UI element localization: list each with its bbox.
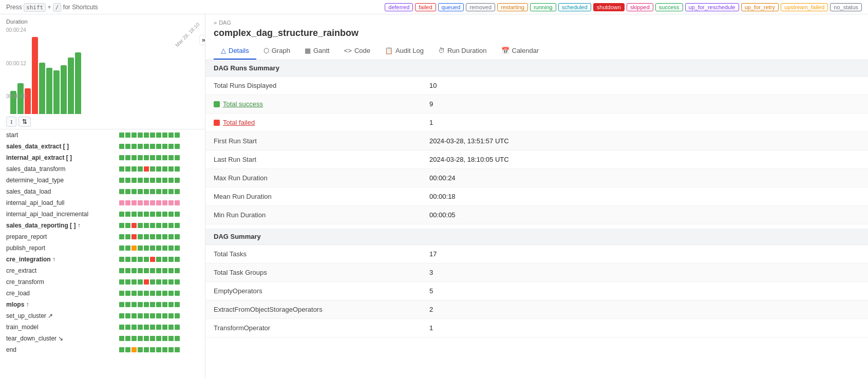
bar-3[interactable] xyxy=(32,37,38,114)
task-square-8[interactable] xyxy=(168,245,174,251)
task-square-0[interactable] xyxy=(119,223,124,228)
task-square-3[interactable] xyxy=(138,223,143,228)
task-square-9[interactable] xyxy=(175,313,180,318)
task-row[interactable]: sales_data_reporting [ ] ↑ xyxy=(0,220,205,231)
task-square-6[interactable] xyxy=(156,291,161,296)
task-square-6[interactable] xyxy=(156,212,161,217)
task-square-5[interactable] xyxy=(150,313,155,318)
task-square-1[interactable] xyxy=(125,144,130,149)
task-square-1[interactable] xyxy=(125,178,130,183)
task-square-8[interactable] xyxy=(168,268,174,273)
task-square-4[interactable] xyxy=(144,279,149,285)
bar-9[interactable] xyxy=(75,52,81,114)
task-square-5[interactable] xyxy=(150,245,155,251)
task-square-6[interactable] xyxy=(156,144,161,149)
task-square-7[interactable] xyxy=(162,302,167,307)
task-square-9[interactable] xyxy=(175,223,180,228)
task-square-9[interactable] xyxy=(175,144,180,149)
task-square-5[interactable] xyxy=(150,291,155,296)
task-square-8[interactable] xyxy=(168,279,174,285)
task-square-8[interactable] xyxy=(168,234,174,239)
task-square-6[interactable] xyxy=(156,234,161,239)
task-square-5[interactable] xyxy=(150,223,155,228)
tab-details[interactable]: △ Details xyxy=(214,43,256,60)
task-square-3[interactable] xyxy=(138,212,143,217)
task-square-9[interactable] xyxy=(175,245,180,251)
task-square-4[interactable] xyxy=(144,347,149,352)
task-square-0[interactable] xyxy=(119,336,124,341)
task-square-4[interactable] xyxy=(144,189,149,194)
task-square-1[interactable] xyxy=(125,291,130,296)
task-square-4[interactable] xyxy=(144,200,149,205)
task-square-5[interactable] xyxy=(150,257,155,262)
tab-run-duration[interactable]: ⏱ Run Duration xyxy=(431,43,494,60)
task-square-6[interactable] xyxy=(156,178,161,183)
task-square-4[interactable] xyxy=(144,212,149,217)
badge-no_status[interactable]: no_status xyxy=(830,3,862,11)
task-square-2[interactable] xyxy=(131,336,137,341)
task-square-8[interactable] xyxy=(168,257,174,262)
task-row[interactable]: train_model xyxy=(0,322,205,333)
task-square-1[interactable] xyxy=(125,133,130,138)
task-square-1[interactable] xyxy=(125,234,130,239)
task-square-8[interactable] xyxy=(168,347,174,352)
task-square-9[interactable] xyxy=(175,336,180,341)
badge-skipped[interactable]: skipped xyxy=(627,3,653,11)
task-square-2[interactable] xyxy=(131,268,137,273)
tab-gantt[interactable]: ▦ Gantt xyxy=(297,43,337,60)
tab-audit-log[interactable]: 📋 Audit Log xyxy=(378,43,431,60)
task-row[interactable]: cre_load xyxy=(0,288,205,299)
task-square-0[interactable] xyxy=(119,166,124,172)
badge-scheduled[interactable]: scheduled xyxy=(558,3,591,11)
tab-calendar[interactable]: 📅 Calendar xyxy=(494,43,546,60)
tab-graph[interactable]: ⬡ Graph xyxy=(256,43,297,60)
task-square-4[interactable] xyxy=(144,302,149,307)
task-square-6[interactable] xyxy=(156,200,161,205)
task-square-2[interactable] xyxy=(131,325,137,330)
task-square-7[interactable] xyxy=(162,257,167,262)
task-square-3[interactable] xyxy=(138,234,143,239)
task-square-7[interactable] xyxy=(162,200,167,205)
task-row[interactable]: start xyxy=(0,129,205,141)
task-square-6[interactable] xyxy=(156,279,161,285)
task-square-7[interactable] xyxy=(162,245,167,251)
task-square-5[interactable] xyxy=(150,178,155,183)
collapse-button[interactable]: » xyxy=(199,35,205,45)
task-square-9[interactable] xyxy=(175,291,180,296)
task-square-3[interactable] xyxy=(138,189,143,194)
task-square-0[interactable] xyxy=(119,268,124,273)
task-row[interactable]: internal_api_extract [ ] xyxy=(0,152,205,163)
task-square-7[interactable] xyxy=(162,166,167,172)
task-square-0[interactable] xyxy=(119,212,124,217)
task-square-2[interactable] xyxy=(131,245,137,251)
task-square-4[interactable] xyxy=(144,223,149,228)
task-square-5[interactable] xyxy=(150,166,155,172)
task-row[interactable]: determine_load_type xyxy=(0,175,205,186)
task-square-9[interactable] xyxy=(175,155,180,160)
task-square-4[interactable] xyxy=(144,166,149,172)
task-square-2[interactable] xyxy=(131,133,137,138)
task-square-2[interactable] xyxy=(131,234,137,239)
badge-success[interactable]: success xyxy=(655,3,683,11)
task-square-0[interactable] xyxy=(119,279,124,285)
bar-6[interactable] xyxy=(53,70,60,114)
task-square-5[interactable] xyxy=(150,144,155,149)
task-square-1[interactable] xyxy=(125,200,130,205)
task-square-3[interactable] xyxy=(138,144,143,149)
task-square-8[interactable] xyxy=(168,291,174,296)
task-square-8[interactable] xyxy=(168,178,174,183)
task-square-8[interactable] xyxy=(168,223,174,228)
task-square-4[interactable] xyxy=(144,144,149,149)
badge-upstream_failed[interactable]: upstream_failed xyxy=(781,3,828,11)
task-square-6[interactable] xyxy=(156,155,161,160)
task-square-3[interactable] xyxy=(138,155,143,160)
task-square-4[interactable] xyxy=(144,268,149,273)
bar-4[interactable] xyxy=(39,63,45,114)
task-square-2[interactable] xyxy=(131,257,137,262)
task-square-3[interactable] xyxy=(138,336,143,341)
task-square-7[interactable] xyxy=(162,279,167,285)
task-square-9[interactable] xyxy=(175,279,180,285)
task-row[interactable]: internal_api_load_incremental xyxy=(0,209,205,220)
total-failed-link[interactable]: Total failed xyxy=(223,119,255,126)
task-square-0[interactable] xyxy=(119,133,124,138)
